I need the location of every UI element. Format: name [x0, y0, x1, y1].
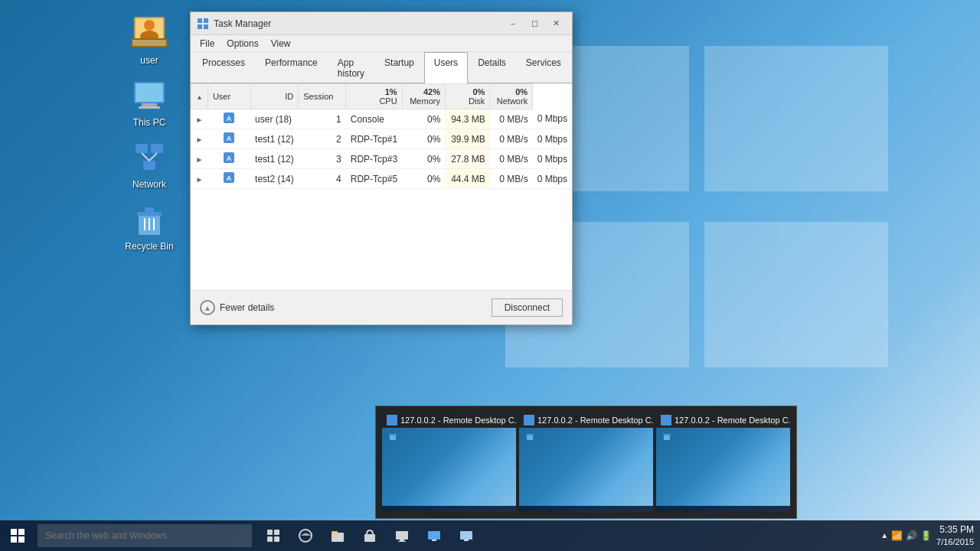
- window-controls: − ◻ ✕: [503, 16, 566, 31]
- remote-desktop-icon1[interactable]: [387, 520, 417, 551]
- thumb-preview-2: [519, 428, 653, 512]
- expand-cell[interactable]: ►: [191, 149, 208, 169]
- system-tray-icons: ▲ 📶 🔊 🔋: [880, 530, 932, 541]
- svg-rect-23: [198, 24, 202, 29]
- desktop-icon-network[interactable]: Network: [119, 139, 180, 190]
- svg-rect-8: [142, 103, 157, 106]
- svg-text:A: A: [227, 135, 232, 142]
- user-icon-label: user: [140, 55, 158, 66]
- desktop-icon-user[interactable]: user: [119, 15, 180, 66]
- expand-cell[interactable]: ►: [191, 169, 208, 189]
- menu-view[interactable]: View: [265, 37, 297, 51]
- minimize-button[interactable]: −: [503, 16, 523, 31]
- search-input[interactable]: [38, 524, 252, 547]
- table-row[interactable]: ► A test2 (14) 4 RDP-Tcp#5 0% 44.4 MB 0 …: [191, 169, 573, 189]
- svg-rect-43: [267, 530, 273, 535]
- tab-details[interactable]: Details: [468, 52, 516, 83]
- th-network[interactable]: 0% Network: [490, 84, 533, 109]
- th-memory[interactable]: 42% Memory: [402, 84, 445, 109]
- svg-rect-22: [204, 18, 208, 23]
- user-name-cell: test1 (12): [250, 129, 299, 149]
- id-cell: 4: [299, 169, 346, 189]
- disk-cell: 0 MB/s: [490, 169, 533, 189]
- tab-apphistory[interactable]: App history: [328, 52, 374, 83]
- th-session[interactable]: Session: [299, 84, 346, 109]
- tab-services[interactable]: Services: [516, 52, 571, 83]
- th-id[interactable]: ID: [250, 84, 299, 109]
- expand-cell[interactable]: ►: [191, 109, 208, 129]
- chevron-up-icon[interactable]: ▲: [880, 531, 888, 540]
- th-disk[interactable]: 0% Disk: [445, 84, 489, 109]
- svg-point-2: [144, 20, 155, 31]
- thispc-icon: [131, 77, 168, 114]
- svg-rect-41: [11, 536, 17, 543]
- svg-text:A: A: [227, 174, 232, 182]
- id-cell: 3: [299, 149, 346, 169]
- network-icon: [131, 139, 168, 176]
- disconnect-button[interactable]: Disconnect: [492, 298, 563, 317]
- thispc-icon-label: This PC: [133, 117, 166, 128]
- row-expand-arrow[interactable]: ►: [196, 155, 204, 164]
- store-icon[interactable]: [354, 520, 385, 551]
- svg-rect-33: [390, 435, 396, 440]
- tab-processes[interactable]: Processes: [192, 52, 255, 83]
- remote-desktop-icon2[interactable]: [419, 520, 449, 551]
- close-button[interactable]: ✕: [546, 16, 566, 31]
- user-name-cell: test2 (14): [250, 169, 299, 189]
- tab-performance[interactable]: Performance: [255, 52, 328, 83]
- taskbar-app-icons: [258, 520, 482, 551]
- tab-users[interactable]: Users: [424, 52, 468, 83]
- maximize-button[interactable]: ◻: [524, 16, 544, 31]
- table-row[interactable]: ► A user (18) 1 Console 0% 94.3 MB 0 MB/…: [191, 109, 573, 129]
- thumbnail-1[interactable]: 127.0.0.2 - Remote Desktop C...: [382, 412, 516, 512]
- th-cpu[interactable]: 1% CPU: [346, 84, 402, 109]
- th-user[interactable]: User: [207, 84, 250, 109]
- desktop-icon-thispc[interactable]: This PC: [119, 77, 180, 128]
- id-cell: 1: [299, 109, 346, 129]
- thumb-title-3: 127.0.0.2 - Remote Desktop C...: [656, 412, 790, 428]
- row-expand-arrow[interactable]: ►: [196, 116, 204, 124]
- expand-cell[interactable]: ►: [191, 129, 208, 149]
- taskview-icon[interactable]: [258, 520, 289, 551]
- menu-file[interactable]: File: [194, 37, 220, 51]
- taskbar-thumbnails: 127.0.0.2 - Remote Desktop C... 127.0.: [375, 406, 797, 519]
- start-button[interactable]: [0, 520, 34, 551]
- svg-rect-21: [198, 18, 202, 23]
- tab-startup[interactable]: Startup: [374, 52, 424, 83]
- desktop-icons: user This PC: [119, 15, 180, 252]
- svg-rect-16: [137, 212, 162, 216]
- thumbnail-2[interactable]: 127.0.0.2 - Remote Desktop C...: [519, 412, 653, 512]
- volume-icon: 🔊: [906, 530, 917, 541]
- svg-rect-44: [274, 530, 279, 535]
- session-cell: Console: [346, 109, 402, 129]
- desktop-icon-recycle[interactable]: Recycle Bin: [119, 201, 180, 252]
- taskbar: ▲ 📶 🔊 🔋 5:35 PM 7/16/2015: [0, 520, 980, 551]
- explorer-icon[interactable]: [322, 520, 353, 551]
- session-cell: RDP-Tcp#1: [346, 129, 402, 149]
- thumbnail-3[interactable]: 127.0.0.2 - Remote Desktop C...: [656, 412, 790, 512]
- users-table: ▲ User ID Session 1% CPU: [191, 83, 572, 189]
- fewer-details-btn[interactable]: ▲ Fewer details: [200, 300, 274, 315]
- svg-rect-56: [460, 531, 472, 540]
- network-cell: 0 Mbps: [533, 169, 572, 189]
- table-row[interactable]: ► A test1 (12) 3 RDP-Tcp#3 0% 27.8 MB 0 …: [191, 149, 573, 169]
- clock[interactable]: 5:35 PM 7/16/2015: [936, 524, 974, 547]
- table-row[interactable]: ► A test1 (12) 2 RDP-Tcp#1 0% 39.9 MB 0 …: [191, 129, 573, 149]
- network-cell: 0 Mbps: [533, 109, 572, 129]
- menubar: File Options View: [191, 35, 572, 52]
- task-manager-window: Task Manager − ◻ ✕ File Options View Pro…: [190, 11, 573, 325]
- tm-app-icon: [197, 18, 209, 30]
- svg-rect-10: [136, 144, 148, 153]
- svg-rect-24: [204, 24, 208, 29]
- row-expand-arrow[interactable]: ►: [196, 135, 204, 144]
- thumb-icon-2: [524, 415, 534, 425]
- menu-options[interactable]: Options: [220, 37, 264, 51]
- svg-rect-42: [18, 536, 24, 543]
- id-cell: 2: [299, 129, 346, 149]
- edge-icon[interactable]: [290, 520, 321, 551]
- users-table-container[interactable]: ▲ User ID Session 1% CPU: [191, 83, 572, 290]
- remote-desktop-icon3[interactable]: [451, 520, 482, 551]
- svg-rect-46: [274, 536, 279, 542]
- svg-rect-36: [526, 434, 534, 435]
- row-expand-arrow[interactable]: ►: [196, 175, 204, 184]
